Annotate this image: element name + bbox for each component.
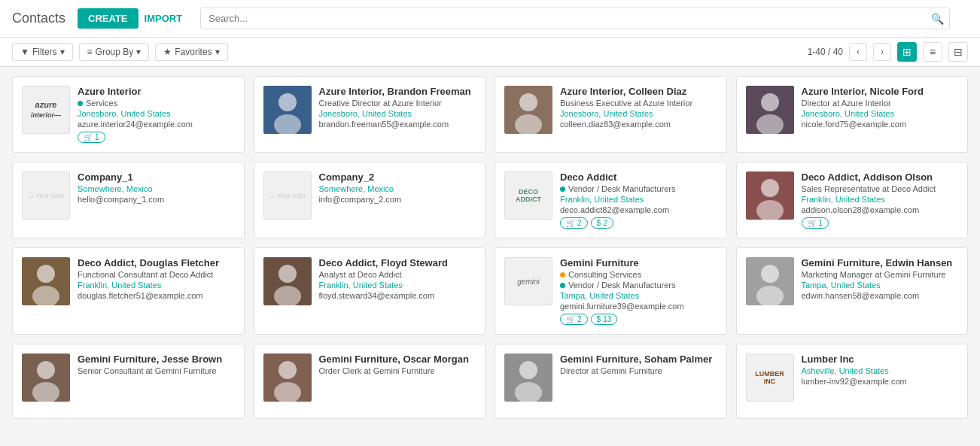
contact-card[interactable]: Gemini Furniture, Edwin HansenMarketing … [736, 247, 969, 335]
contact-location[interactable]: Jonesboro, United States [802, 109, 959, 118]
contact-card[interactable]: geminiGemini FurnitureConsulting Service… [495, 247, 727, 335]
card-info: Azure Interior, Colleen DiazBusiness Exe… [560, 86, 717, 132]
contact-badges: 🛒2$2 [560, 217, 717, 229]
list-view-button[interactable]: ≡ [923, 42, 942, 62]
card-info: Gemini Furniture, Jesse BrownSenior Cons… [78, 353, 235, 377]
contact-email: floyd.steward34@example.com [319, 291, 476, 300]
avatar: ⬡ Your logo [263, 171, 312, 220]
contact-card[interactable]: Azure Interior, Nicole FordDirector at A… [736, 76, 969, 153]
kanban-view-button[interactable]: ⊞ [897, 42, 917, 62]
contact-card[interactable]: Azure Interior, Colleen DiazBusiness Exe… [495, 76, 727, 153]
contact-location[interactable]: Tampa, United States [560, 291, 717, 300]
contact-name: Gemini Furniture, Oscar Morgan [319, 353, 476, 365]
groupby-icon: ≡ [87, 47, 93, 57]
avatar [746, 257, 794, 305]
next-page-button[interactable]: › [873, 43, 891, 61]
cards-container: azureinterior— Azure InteriorServicesJon… [0, 67, 980, 428]
contact-location[interactable]: Jonesboro, United States [560, 109, 717, 118]
contact-name: Azure Interior, Brandon Freeman [319, 86, 476, 97]
contact-card[interactable]: ⬡ Your logoCompany_1Somewhere, Mexicohel… [12, 162, 245, 238]
contact-email: gemini.furniture39@example.com [560, 302, 717, 311]
contact-email: brandon.freeman55@example.com [319, 120, 476, 129]
card-info: Deco Addict, Floyd StewardAnalyst at Dec… [319, 257, 476, 303]
contact-badges: 🛒1 [802, 217, 959, 229]
contact-location[interactable]: Tampa, United States [802, 281, 959, 290]
grid-view-button[interactable]: ⊟ [948, 42, 968, 62]
svg-point-16 [278, 265, 297, 283]
contact-tag: Vendor / Desk Manufacturers [560, 281, 717, 290]
favorites-button[interactable]: ★ Favorites ▾ [155, 43, 227, 61]
create-button[interactable]: CREATE [78, 8, 138, 29]
contact-location[interactable]: Somewhere, Mexico [319, 184, 476, 193]
dollar-icon: $ [597, 315, 601, 323]
contact-card[interactable]: Deco Addict, Floyd StewardAnalyst at Dec… [254, 247, 486, 335]
badge: $13 [591, 314, 618, 325]
contact-email: deco.addict82@example.com [560, 205, 717, 214]
avatar [22, 257, 70, 305]
contact-subtitle: Marketing Manager at Gemini Furniture [802, 270, 959, 279]
contact-card[interactable]: Gemini Furniture, Oscar MorganOrder Cler… [254, 344, 486, 419]
prev-page-button[interactable]: ‹ [849, 43, 867, 61]
contact-location[interactable]: Asheville, United States [802, 366, 959, 375]
contact-location[interactable]: Franklin, United States [560, 195, 717, 204]
search-input[interactable] [200, 8, 950, 29]
contact-email: colleen.diaz83@example.com [560, 120, 717, 129]
import-button[interactable]: IMPORT [145, 13, 183, 24]
contact-card[interactable]: Deco Addict, Douglas FletcherFunctional … [12, 247, 245, 335]
contact-card[interactable]: LUMBERINCLumber IncAsheville, United Sta… [736, 344, 969, 419]
contact-card[interactable]: Azure Interior, Brandon FreemanCreative … [254, 76, 486, 153]
card-info: Gemini Furniture, Edwin HansenMarketing … [802, 257, 959, 303]
avatar [746, 171, 794, 220]
svg-point-13 [37, 265, 55, 283]
contact-name: Azure Interior [78, 86, 235, 97]
contact-location[interactable]: Franklin, United States [319, 281, 476, 290]
contact-card[interactable]: Deco Addict, Addison OlsonSales Represen… [736, 162, 969, 238]
avatar: DECOADDICT [504, 171, 552, 220]
contact-name: Deco Addict, Floyd Steward [319, 257, 476, 269]
contact-tag: Vendor / Desk Manufacturers [560, 184, 717, 193]
card-info: Deco Addict, Addison OlsonSales Represen… [802, 171, 959, 229]
contact-location[interactable]: Franklin, United States [802, 195, 959, 204]
contact-card[interactable]: Gemini Furniture, Soham PalmerDirector a… [495, 344, 727, 419]
filters-button[interactable]: ▼ Filters ▾ [12, 43, 73, 61]
contact-location[interactable]: Jonesboro, United States [78, 109, 235, 118]
chevron-down-icon: ▾ [60, 47, 65, 57]
avatar [263, 86, 312, 134]
contact-name: Deco Addict, Douglas Fletcher [78, 257, 235, 269]
contact-email: nicole.ford75@example.com [802, 120, 959, 129]
contact-subtitle: Sales Representative at Deco Addict [802, 184, 959, 193]
contact-name: Gemini Furniture, Soham Palmer [560, 353, 717, 365]
svg-point-25 [278, 361, 297, 379]
contact-name: Company_2 [319, 171, 476, 183]
card-info: Gemini FurnitureConsulting ServicesVendo… [560, 257, 717, 325]
contact-subtitle: Creative Director at Azure Interior [319, 99, 476, 108]
contact-email: azure.interior24@example.com [78, 120, 235, 129]
contact-card[interactable]: DECOADDICTDeco AddictVendor / Desk Manuf… [495, 162, 727, 238]
contact-name: Lumber Inc [802, 353, 959, 365]
contact-location[interactable]: Franklin, United States [78, 281, 235, 290]
contact-name: Company_1 [78, 171, 235, 183]
contact-tag: Consulting Services [560, 270, 717, 279]
cart-icon: 🛒 [566, 315, 575, 323]
badge: $2 [591, 217, 613, 229]
avatar [22, 353, 70, 402]
contact-subtitle: Senior Consultant at Gemini Furniture [78, 366, 235, 375]
badge: 🛒1 [78, 132, 105, 143]
card-info: Lumber IncAsheville, United Stateslumber… [802, 353, 959, 389]
contact-card[interactable]: Gemini Furniture, Jesse BrownSenior Cons… [12, 344, 245, 419]
contact-email: addison.olson28@example.com [802, 205, 959, 214]
badge: 🛒1 [802, 217, 829, 229]
avatar [263, 257, 312, 305]
contact-name: Azure Interior, Nicole Ford [802, 86, 959, 97]
avatar: LUMBERINC [746, 353, 794, 402]
svg-point-22 [37, 361, 55, 379]
badge: 🛒2 [560, 314, 588, 325]
main-content: azureinterior— Azure InteriorServicesJon… [0, 67, 980, 438]
contact-card[interactable]: azureinterior— Azure InteriorServicesJon… [12, 76, 245, 153]
contact-email: info@company_2.com [319, 195, 476, 204]
contact-location[interactable]: Jonesboro, United States [319, 109, 476, 118]
app-title: Contacts [12, 11, 65, 26]
groupby-button[interactable]: ≡ Group By ▾ [79, 43, 150, 61]
contact-card[interactable]: ⬡ Your logoCompany_2Somewhere, Mexicoinf… [254, 162, 486, 238]
contact-location[interactable]: Somewhere, Mexico [78, 184, 235, 193]
